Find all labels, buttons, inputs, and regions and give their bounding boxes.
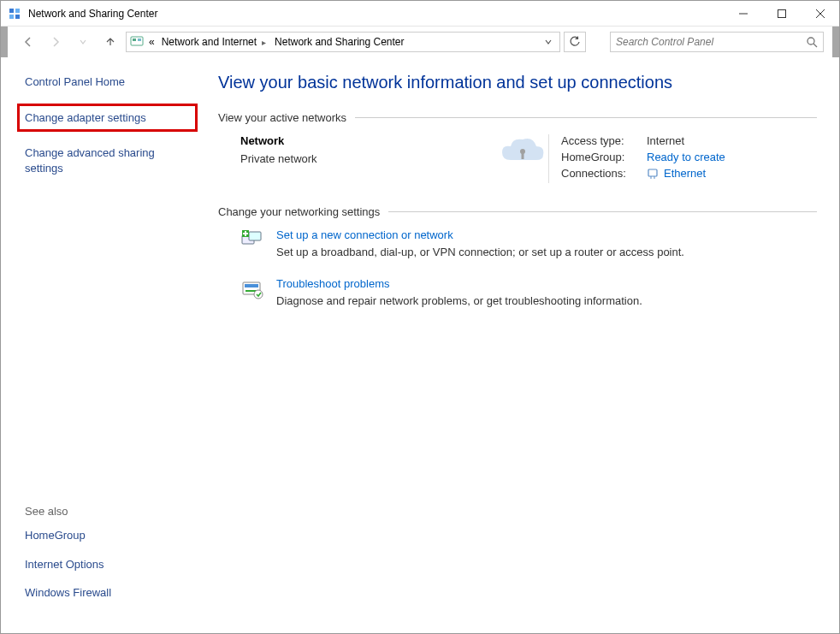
access-type-value: Internet <box>647 134 684 147</box>
svg-rect-2 <box>9 15 14 19</box>
sidebar-item-homegroup[interactable]: HomeGroup <box>25 528 194 543</box>
change-settings-heading: Change your networking settings <box>218 205 817 218</box>
active-networks-heading: View your active networks <box>218 111 817 124</box>
search-input[interactable] <box>616 36 806 48</box>
svg-rect-14 <box>522 153 524 159</box>
active-network-block: Network Private network Access type: Int… <box>218 134 817 183</box>
content-area: Control Panel Home Change adapter settin… <box>1 57 839 633</box>
svg-rect-9 <box>133 39 136 41</box>
homegroup-link[interactable]: Ready to create <box>647 151 725 163</box>
page-title: View your basic network information and … <box>218 73 817 92</box>
back-button[interactable] <box>16 32 40 52</box>
chevron-right-icon: ▸ <box>260 38 268 47</box>
setup-connection-desc: Set up a broadband, dial-up, or VPN conn… <box>276 246 684 258</box>
control-panel-icon <box>130 35 144 49</box>
window-title: Network and Sharing Center <box>28 8 724 20</box>
titlebar: Network and Sharing Center <box>1 1 839 27</box>
close-button[interactable] <box>801 1 839 26</box>
recent-locations-button[interactable] <box>71 32 95 52</box>
network-type: Private network <box>240 152 497 165</box>
troubleshoot-item: Troubleshoot problems Diagnose and repai… <box>218 277 817 307</box>
svg-rect-3 <box>15 15 20 19</box>
divider <box>388 211 817 212</box>
connection-link[interactable]: Ethernet <box>664 167 706 180</box>
svg-line-12 <box>813 44 817 47</box>
setup-connection-link[interactable]: Set up a new connection or network <box>276 228 684 241</box>
svg-rect-5 <box>778 9 785 17</box>
access-type-label: Access type: <box>561 134 642 147</box>
maximize-button[interactable] <box>762 1 801 26</box>
svg-rect-1 <box>15 9 20 13</box>
svg-rect-0 <box>9 9 14 13</box>
sidebar-item-home[interactable]: Control Panel Home <box>25 74 194 90</box>
main-panel: View your basic network information and … <box>206 57 839 633</box>
network-name: Network <box>240 134 497 147</box>
sidebar-item-advanced-sharing[interactable]: Change advanced sharing settings <box>25 145 194 175</box>
breadcrumb-item-network-internet[interactable]: Network and Internet ▸ <box>160 36 269 48</box>
minimize-button[interactable] <box>724 1 762 26</box>
search-icon <box>806 36 818 48</box>
svg-point-26 <box>254 290 263 299</box>
see-also-label: See also <box>25 505 194 518</box>
svg-point-11 <box>807 38 814 44</box>
svg-rect-19 <box>249 232 261 240</box>
sidebar-item-firewall[interactable]: Windows Firewall <box>25 585 194 601</box>
divider <box>355 117 817 118</box>
sidebar-item-internet-options[interactable]: Internet Options <box>25 557 194 572</box>
svg-rect-10 <box>138 39 141 41</box>
refresh-button[interactable] <box>564 32 586 52</box>
app-icon <box>8 7 21 21</box>
breadcrumb-prefix[interactable]: « <box>147 36 157 48</box>
ethernet-icon <box>647 168 659 180</box>
address-bar[interactable]: « Network and Internet ▸ Network and Sha… <box>126 32 560 52</box>
troubleshoot-link[interactable]: Troubleshoot problems <box>276 277 642 290</box>
svg-rect-15 <box>648 169 657 176</box>
troubleshoot-desc: Diagnose and repair network problems, or… <box>276 294 642 307</box>
network-cloud-icon <box>497 134 548 169</box>
search-box[interactable] <box>610 32 824 52</box>
setup-connection-item: Set up a new connection or network Set u… <box>218 228 817 258</box>
sidebar: Control Panel Home Change adapter settin… <box>1 57 206 633</box>
homegroup-label: HomeGroup: <box>561 151 642 163</box>
svg-rect-24 <box>245 284 258 287</box>
breadcrumb-item-sharing-center[interactable]: Network and Sharing Center <box>273 36 405 48</box>
connections-label: Connections: <box>561 167 642 180</box>
up-button[interactable] <box>98 32 122 52</box>
window-controls <box>724 1 839 26</box>
toolbar: « Network and Internet ▸ Network and Sha… <box>1 27 839 57</box>
setup-connection-icon <box>240 228 264 252</box>
address-dropdown-button[interactable] <box>544 38 556 46</box>
sidebar-item-adapter-settings[interactable]: Change adapter settings <box>17 104 198 133</box>
troubleshoot-icon <box>240 277 264 301</box>
forward-button[interactable] <box>44 32 68 52</box>
